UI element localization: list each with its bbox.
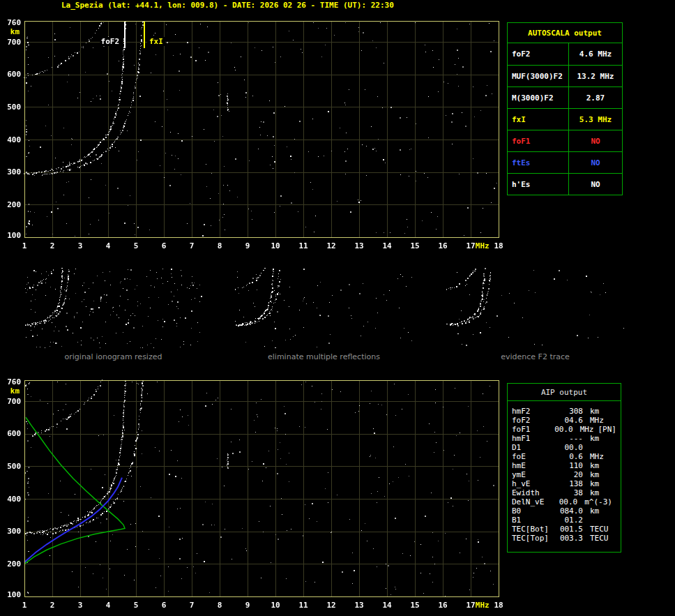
- aip-row-unit: MHz: [590, 452, 604, 461]
- aip-row-unit: MHz: [580, 425, 594, 434]
- aip-row: ymE 20 km: [508, 470, 621, 479]
- aip-row-value: 38: [556, 488, 583, 497]
- autoscala-row-label: h'Es: [508, 174, 569, 195]
- autoscala-row: foF1 NO: [508, 130, 622, 151]
- aip-row-value: 00.0: [556, 443, 583, 452]
- autoscala-row: MUF(3000)F2 13.2 MHz: [508, 65, 622, 87]
- aip-row-unit: TECU: [590, 534, 609, 543]
- aip-row: TEC[Bot] 001.5 TECU: [508, 525, 621, 534]
- aip-row-name: hmF2: [512, 407, 556, 416]
- aip-row-value: 084.0: [556, 506, 583, 516]
- aip-row-value: 110: [556, 461, 583, 470]
- aip-row-name: hmF1: [512, 434, 556, 443]
- autoscala-row-label: fxI: [508, 109, 569, 130]
- aip-row-value: 003.3: [556, 534, 583, 543]
- aip-row-unit: km: [590, 407, 599, 416]
- main-ionogram-canvas: [0, 17, 506, 257]
- autoscala-row: h'Es NO: [508, 173, 622, 195]
- aip-row: hmF2 308 km: [508, 407, 621, 416]
- aip-row: DelN_vE 00.0 m^(-3): [508, 497, 621, 506]
- aip-row-name: hmE: [512, 461, 556, 470]
- thumbnail-caption-original: original ionogram resized: [24, 352, 202, 361]
- aip-row: foF1 00.0 MHz [PN]: [508, 425, 621, 434]
- aip-row-value: 20: [556, 470, 583, 479]
- aip-row-name: foF2: [512, 416, 556, 425]
- autoscala-row: fxI 5.3 MHz: [508, 108, 622, 130]
- aip-row: foE 0.6 MHz: [508, 452, 621, 461]
- aip-row: Ewidth 38 km: [508, 488, 621, 497]
- aip-rows: hmF2 308 km foF2 04.6 MHz foF1 00.0 MHz …: [508, 400, 621, 543]
- thumbnail-eliminate-reflections-canvas: [235, 268, 413, 348]
- aip-row-value: 04.6: [556, 416, 583, 425]
- autoscala-row-label: foF1: [508, 130, 569, 152]
- thumbnail-caption-evidence-f2: evidence F2 trace: [446, 352, 624, 361]
- autoscala-row-value: 5.3 MHz: [569, 109, 622, 130]
- autoscala-row-value: NO: [569, 152, 622, 174]
- thumbnail-evidence-f2-trace-canvas: [446, 268, 624, 348]
- aip-row: hmF1 --- km: [508, 434, 621, 443]
- aip-row: B1 01.2: [508, 516, 621, 525]
- aip-row-value: 308: [556, 407, 583, 416]
- aip-output-header: AIP output: [508, 384, 621, 400]
- autoscala-output-header: AUTOSCALA output: [508, 23, 622, 43]
- window-title: La_Spezia (lat: +44.1, lon: 009.8) - DAT…: [61, 1, 394, 10]
- autoscala-row-label: foF2: [508, 43, 569, 65]
- aip-row-name: foE: [512, 452, 556, 461]
- aip-row-name: h_vE: [512, 479, 556, 488]
- autoscala-row-value: NO: [569, 130, 622, 152]
- aip-row-name: DelN_vE: [512, 497, 553, 506]
- aip-row-value: 0.6: [556, 452, 583, 461]
- aip-row: h_vE 138 km: [508, 479, 621, 488]
- aip-row-name: TEC[Top]: [512, 534, 556, 543]
- aip-row-unit: km: [590, 470, 599, 479]
- autoscala-row-value: 4.6 MHz: [569, 43, 622, 65]
- aip-row-unit: km: [590, 488, 599, 497]
- aip-row-unit: TECU: [590, 525, 609, 534]
- aip-row-unit: km: [590, 506, 599, 516]
- autoscala-row-value: 2.87: [569, 87, 622, 109]
- autoscala-row: foF2 4.6 MHz: [508, 43, 622, 65]
- aip-row-unit: km: [590, 479, 599, 488]
- aip-row-value: 00.0: [550, 425, 573, 434]
- autoscala-row-value: 13.2 MHz: [569, 66, 622, 87]
- aip-row-name: ymE: [512, 470, 556, 479]
- aip-output-panel: AIP output hmF2 308 km foF2 04.6 MHz foF…: [507, 383, 621, 553]
- aip-row-value: ---: [556, 434, 583, 443]
- aip-row-value: 00.0: [553, 497, 577, 506]
- aip-row-unit: km: [590, 461, 599, 470]
- aip-row-unit: MHz: [590, 416, 604, 425]
- aip-row: B0 084.0 km: [508, 506, 621, 516]
- aip-row-name: B0: [512, 506, 556, 516]
- aip-row-value: 01.2: [556, 516, 583, 525]
- aip-row-name: TEC[Bot]: [512, 525, 556, 534]
- aip-row: foF2 04.6 MHz: [508, 416, 621, 425]
- aip-row-unit: km: [590, 434, 599, 443]
- thumbnail-original-ionogram-canvas: [24, 268, 202, 348]
- aip-row-extra: [PN]: [598, 425, 617, 434]
- autoscala-row: ftEs NO: [508, 151, 622, 173]
- aip-row: D1 00.0: [508, 443, 621, 452]
- profile-ionogram-canvas: [0, 376, 506, 616]
- aip-row: hmE 110 km: [508, 461, 621, 470]
- autoscala-row-label: MUF(3000)F2: [508, 66, 569, 87]
- thumbnail-caption-eliminate-reflections: eliminate multiple reflections: [235, 352, 413, 361]
- autoscala-output-panel: AUTOSCALA output foF2 4.6 MHz MUF(3000)F…: [507, 22, 623, 195]
- aip-row-name: D1: [512, 443, 556, 452]
- aip-row: TEC[Top] 003.3 TECU: [508, 534, 621, 543]
- aip-row-name: foF1: [512, 425, 550, 434]
- autoscala-row-value: NO: [569, 174, 622, 195]
- autoscala-row-label: M(3000)F2: [508, 87, 569, 109]
- aip-row-value: 138: [556, 479, 583, 488]
- aip-row-value: 001.5: [556, 525, 583, 534]
- autoscala-rows: foF2 4.6 MHz MUF(3000)F2 13.2 MHz M(3000…: [508, 43, 622, 195]
- aip-row-name: Ewidth: [512, 488, 556, 497]
- autoscala-row-label: ftEs: [508, 152, 569, 174]
- aip-row-name: B1: [512, 516, 556, 525]
- aip-row-unit: m^(-3): [584, 497, 612, 506]
- autoscala-row: M(3000)F2 2.87: [508, 87, 622, 108]
